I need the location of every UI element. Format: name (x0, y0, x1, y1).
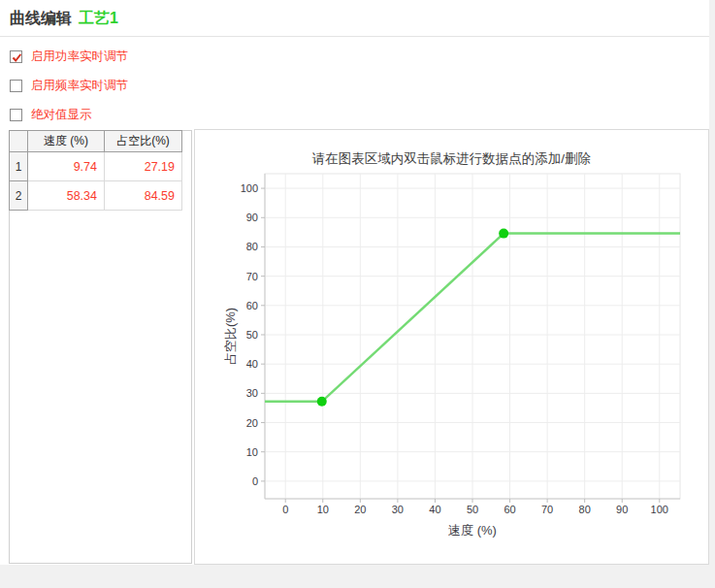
svg-text:70: 70 (541, 504, 553, 515)
cell-speed[interactable]: 58.34 (28, 181, 105, 211)
svg-text:100: 100 (651, 504, 668, 515)
header-divider (0, 36, 709, 37)
svg-text:10: 10 (246, 446, 258, 458)
y-tick-labels: 0102030405060708090100 (241, 182, 265, 487)
svg-text:20: 20 (354, 504, 366, 515)
y-axis-title: 占空比(%) (223, 308, 238, 365)
points-grid-panel: 速度 (%) 占空比(%) 1 9.74 27.19 2 58.34 84.59 (9, 130, 192, 564)
svg-text:40: 40 (429, 504, 440, 515)
svg-text:30: 30 (246, 387, 258, 399)
checkbox-box-icon[interactable] (10, 109, 22, 121)
svg-text:90: 90 (246, 212, 258, 223)
svg-text:30: 30 (392, 504, 404, 515)
svg-text:60: 60 (246, 300, 258, 311)
checkbox-frequency-realtime[interactable]: 启用频率实时调节 (10, 71, 128, 100)
svg-text:10: 10 (317, 504, 329, 515)
cell-duty[interactable]: 84.59 (105, 181, 182, 211)
row-header[interactable]: 1 (10, 152, 28, 181)
svg-text:70: 70 (246, 271, 258, 282)
svg-text:50: 50 (246, 329, 258, 341)
table-row: 2 58.34 84.59 (10, 181, 182, 211)
curve-editor-window: 曲线编辑工艺1 启用功率实时调节 启用频率实时调节 绝对值显示 (0, 0, 709, 565)
corner-cell[interactable] (10, 131, 28, 152)
table-row: 1 9.74 27.19 (10, 152, 182, 181)
points-table: 速度 (%) 占空比(%) 1 9.74 27.19 2 58.34 84.59 (9, 130, 182, 211)
page-title: 曲线编辑 (10, 10, 72, 26)
table-header-row: 速度 (%) 占空比(%) (10, 131, 182, 152)
svg-text:40: 40 (246, 358, 258, 370)
options-group: 启用功率实时调节 启用频率实时调节 绝对值显示 (10, 42, 128, 129)
row-header[interactable]: 2 (10, 181, 28, 211)
svg-text:90: 90 (616, 504, 628, 515)
checkbox-label: 启用功率实时调节 (31, 49, 128, 65)
data-point[interactable] (499, 229, 508, 239)
svg-text:0: 0 (252, 475, 258, 487)
svg-text:80: 80 (246, 241, 258, 252)
curve-chart[interactable]: 0102030405060708090100010203040506070809… (195, 130, 708, 564)
svg-text:80: 80 (579, 504, 591, 515)
chart-panel: 请在图表区域内双击鼠标进行数据点的添加/删除 01020304050607080… (194, 129, 709, 565)
checkbox-label: 启用频率实时调节 (31, 78, 128, 94)
checkbox-box-icon[interactable] (10, 50, 22, 63)
checkbox-power-realtime[interactable]: 启用功率实时调节 (10, 42, 128, 71)
svg-text:50: 50 (467, 504, 478, 515)
column-header-duty[interactable]: 占空比(%) (105, 131, 182, 152)
checkbox-box-icon[interactable] (10, 80, 22, 92)
page-title-row: 曲线编辑工艺1 (10, 9, 118, 29)
column-header-speed[interactable]: 速度 (%) (28, 131, 105, 152)
svg-text:60: 60 (504, 504, 515, 515)
cell-speed[interactable]: 9.74 (28, 152, 105, 181)
checkbox-label: 绝对值显示 (31, 107, 92, 123)
x-axis-title: 速度 (%) (448, 523, 497, 538)
cell-duty[interactable]: 27.19 (105, 152, 182, 181)
x-tick-labels: 0102030405060708090100 (282, 499, 668, 515)
svg-text:0: 0 (282, 504, 288, 515)
svg-text:100: 100 (241, 182, 258, 194)
process-badge: 工艺1 (79, 10, 118, 26)
svg-text:20: 20 (246, 417, 258, 429)
checkbox-absolute-value[interactable]: 绝对值显示 (10, 100, 128, 129)
data-point[interactable] (317, 397, 327, 407)
